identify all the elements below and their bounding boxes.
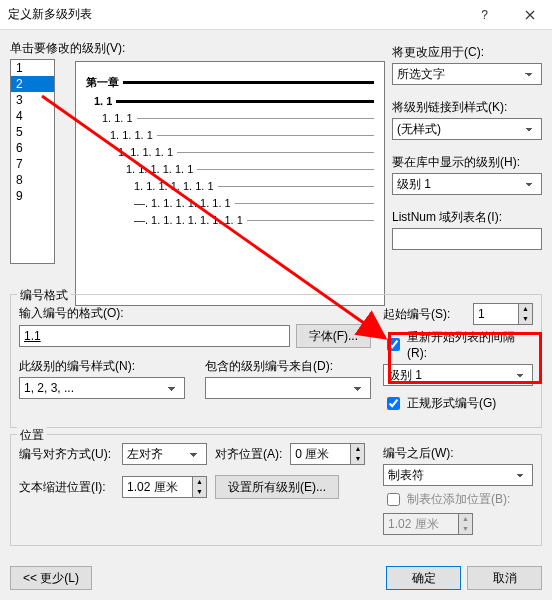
set-all-levels-button[interactable]: 设置所有级别(E)... <box>215 475 339 499</box>
level-item-7[interactable]: 7 <box>11 156 54 172</box>
gallery-show-label: 要在库中显示的级别(H): <box>392 154 542 171</box>
indent-input[interactable] <box>122 476 192 498</box>
cancel-button[interactable]: 取消 <box>467 566 542 590</box>
number-style-select[interactable]: 1, 2, 3, ... <box>19 377 185 399</box>
link-style-select[interactable]: (无样式) <box>392 118 542 140</box>
indent-label: 文本缩进位置(I): <box>19 479 114 496</box>
level-item-4[interactable]: 4 <box>11 108 54 124</box>
tab-stop-spinner: ▲▼ <box>383 513 533 535</box>
spin-down-icon[interactable]: ▼ <box>519 314 532 324</box>
help-button[interactable]: ? <box>462 0 507 30</box>
indent-spinner[interactable]: ▲▼ <box>122 476 207 498</box>
spin-up-icon[interactable]: ▲ <box>519 304 532 314</box>
level-item-5[interactable]: 5 <box>11 124 54 140</box>
align-at-spinner[interactable]: ▲▼ <box>290 443 365 465</box>
level-item-2[interactable]: 2 <box>11 76 54 92</box>
close-icon <box>525 10 535 20</box>
level-item-9[interactable]: 9 <box>11 188 54 204</box>
level-item-3[interactable]: 3 <box>11 92 54 108</box>
numbering-preview: 第一章1. 11. 1. 11. 1. 1. 11. 1. 1. 1. 11. … <box>75 61 385 306</box>
follow-select[interactable]: 制表符 <box>383 464 533 486</box>
align-label: 编号对齐方式(U): <box>19 446 114 463</box>
position-legend: 位置 <box>17 427 47 444</box>
start-at-spinner[interactable]: ▲▼ <box>473 303 533 325</box>
follow-label: 编号之后(W): <box>383 445 533 462</box>
tab-stop-input <box>383 513 458 535</box>
less-button[interactable]: << 更少(L) <box>10 566 92 590</box>
number-format-group: 编号格式 输入编号的格式(O): 字体(F)... 此级别的编号样式(N): 1… <box>10 294 542 428</box>
number-style-label: 此级别的编号样式(N): <box>19 358 185 375</box>
font-button[interactable]: 字体(F)... <box>296 324 371 348</box>
position-group: 位置 编号对齐方式(U): 左对齐 对齐位置(A): ▲▼ 文本缩进位置(I):… <box>10 434 542 546</box>
include-from-label: 包含的级别编号来自(D): <box>205 358 371 375</box>
enter-format-input[interactable] <box>19 325 290 347</box>
level-listbox[interactable]: 123456789 <box>10 59 55 264</box>
restart-level-select[interactable]: 级别 1 <box>383 364 533 386</box>
start-at-input[interactable] <box>473 303 518 325</box>
level-item-1[interactable]: 1 <box>11 60 54 76</box>
listnum-input[interactable] <box>392 228 542 250</box>
tab-stop-checkbox[interactable]: 制表位添加位置(B): <box>383 490 533 509</box>
legal-numbering-checkbox[interactable]: 正规形式编号(G) <box>383 394 533 413</box>
number-format-legend: 编号格式 <box>17 287 71 304</box>
window-title: 定义新多级列表 <box>8 6 462 23</box>
link-style-label: 将级别链接到样式(K): <box>392 99 542 116</box>
gallery-show-select[interactable]: 级别 1 <box>392 173 542 195</box>
close-button[interactable] <box>507 0 552 30</box>
start-at-label: 起始编号(S): <box>383 306 467 323</box>
include-from-select[interactable] <box>205 377 371 399</box>
level-item-8[interactable]: 8 <box>11 172 54 188</box>
levels-label: 单击要修改的级别(V): <box>10 40 390 57</box>
restart-list-checkbox[interactable]: 重新开始列表的间隔(R): <box>383 329 533 360</box>
align-at-label: 对齐位置(A): <box>215 446 282 463</box>
listnum-label: ListNum 域列表名(I): <box>392 209 542 226</box>
align-at-input[interactable] <box>290 443 350 465</box>
ok-button[interactable]: 确定 <box>386 566 461 590</box>
apply-to-label: 将更改应用于(C): <box>392 44 542 61</box>
level-item-6[interactable]: 6 <box>11 140 54 156</box>
apply-to-select[interactable]: 所选文字 <box>392 63 542 85</box>
align-select[interactable]: 左对齐 <box>122 443 207 465</box>
enter-format-label: 输入编号的格式(O): <box>19 305 371 322</box>
title-bar: 定义新多级列表 ? <box>0 0 552 30</box>
